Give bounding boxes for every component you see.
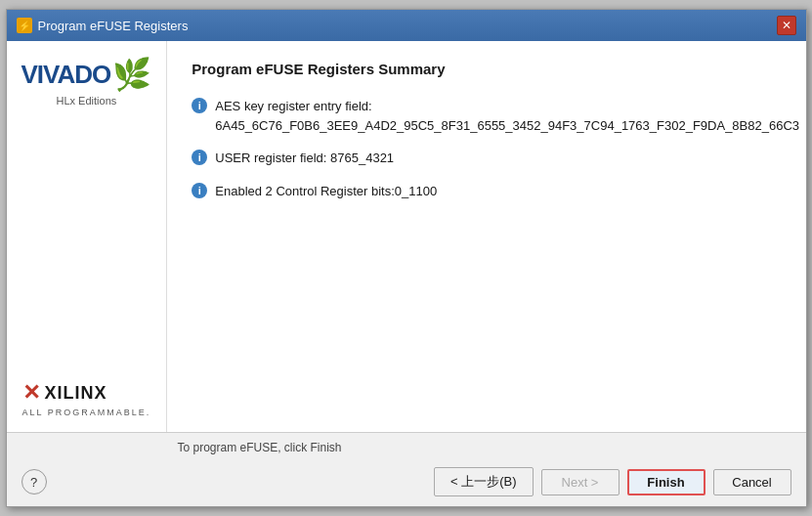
content-area: VIVADO 🌿 HLx Editions ✕ XILINX ALL PROGR… [7, 41, 806, 432]
back-button[interactable]: < 上一步(B) [434, 467, 534, 496]
help-button[interactable]: ? [21, 469, 47, 494]
cancel-button[interactable]: Cancel [713, 469, 791, 495]
title-bar: ⚡ Program eFUSE Registers ✕ [7, 10, 806, 41]
info-text-user: USER register field: 8765_4321 [215, 149, 394, 168]
window-icon: ⚡ [17, 18, 32, 33]
vivado-leaf-icon: 🌿 [112, 56, 151, 93]
control-label: Enabled 2 Control Register bits:0_1100 [215, 184, 437, 198]
info-icon-control: i [192, 183, 207, 198]
button-row: ? < 上一步(B) Next > Finish Cancel [7, 459, 806, 506]
close-button[interactable]: ✕ [777, 16, 796, 35]
window-title: Program eFUSE Registers [38, 19, 189, 33]
vivado-text: VIVADO [21, 60, 111, 90]
info-icon-user: i [192, 150, 207, 165]
user-label: USER register field: 8765_4321 [215, 150, 394, 165]
info-item-aes: i AES key register entry field: 6A45_6C7… [192, 97, 799, 135]
bottom-bar: To program eFUSE, click Finish ? < 上一步(B… [7, 432, 806, 506]
xilinx-x-icon: ✕ [22, 380, 40, 406]
bottom-info: To program eFUSE, click Finish [7, 433, 806, 459]
xilinx-sub-text: ALL PROGRAMMABLE. [22, 408, 151, 417]
aes-value: 6A45_6C76_F0B6_3EE9_A4D2_95C5_8F31_6555_… [215, 118, 799, 133]
info-text-aes: AES key register entry field: 6A45_6C76_… [215, 97, 799, 135]
right-panel: Program eFUSE Registers Summary i AES ke… [167, 41, 805, 432]
info-item-user: i USER register field: 8765_4321 [192, 149, 799, 168]
title-bar-left: ⚡ Program eFUSE Registers [17, 18, 189, 33]
vivado-logo: VIVADO 🌿 HLx Editions [21, 56, 152, 107]
info-icon-aes: i [192, 98, 207, 113]
xilinx-logo-inner: ✕ XILINX [22, 380, 151, 406]
summary-title: Program eFUSE Registers Summary [192, 61, 799, 77]
next-button: Next > [541, 469, 620, 495]
xilinx-logo: ✕ XILINX ALL PROGRAMMABLE. [22, 380, 151, 417]
left-panel: VIVADO 🌿 HLx Editions ✕ XILINX ALL PROGR… [7, 41, 168, 432]
bottom-info-text: To program eFUSE, click Finish [178, 441, 342, 454]
finish-button[interactable]: Finish [627, 469, 705, 495]
info-text-control: Enabled 2 Control Register bits:0_1100 [215, 182, 437, 201]
aes-label: AES key register entry field: [215, 99, 371, 113]
info-item-control: i Enabled 2 Control Register bits:0_1100 [192, 182, 799, 201]
hlx-editions-text: HLx Editions [21, 95, 152, 107]
main-window: ⚡ Program eFUSE Registers ✕ VIVADO 🌿 HLx… [6, 9, 807, 507]
xilinx-name: XILINX [45, 383, 107, 404]
